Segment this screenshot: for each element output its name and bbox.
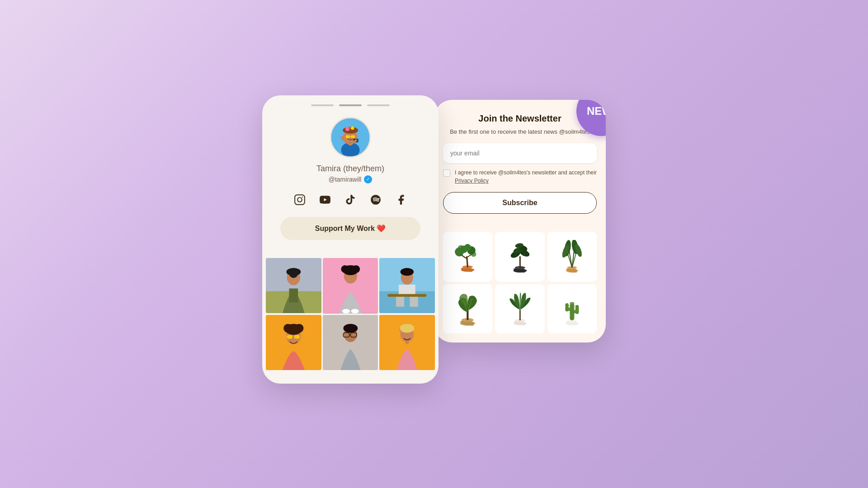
svg-point-31 — [342, 309, 350, 314]
plant-cell-2[interactable] — [495, 232, 544, 281]
photo-cell-3[interactable] — [379, 258, 435, 314]
checkbox-row: I agree to receive @soilm4tes's newslett… — [443, 169, 597, 185]
photos-grid — [262, 258, 439, 370]
plant-cell-5[interactable] — [495, 284, 544, 333]
svg-rect-40 — [388, 294, 427, 297]
svg-point-53 — [343, 324, 358, 333]
svg-point-30 — [352, 265, 360, 273]
tiktok-icon[interactable] — [342, 192, 359, 208]
photo-cell-1[interactable] — [266, 258, 321, 314]
verified-badge: ✓ — [364, 175, 372, 183]
newsletter-description: Be the first one to receive the latest n… — [443, 127, 597, 136]
newsletter-checkbox[interactable] — [443, 169, 450, 177]
notch-bar-1 — [311, 104, 334, 106]
svg-rect-47 — [294, 335, 300, 339]
photo-cell-2[interactable] — [323, 258, 378, 314]
svg-point-29 — [341, 265, 349, 273]
profile-handle: @tamirawill ✓ — [329, 175, 373, 183]
svg-point-32 — [351, 309, 359, 314]
photo-cell-4[interactable] — [266, 315, 321, 371]
svg-point-44 — [283, 324, 292, 333]
svg-line-109 — [574, 305, 576, 306]
svg-point-25 — [289, 269, 298, 278]
svg-point-39 — [401, 268, 414, 276]
email-input[interactable] — [443, 143, 597, 163]
svg-point-111 — [570, 302, 574, 304]
facebook-icon[interactable] — [393, 192, 409, 208]
subscribe-button[interactable]: Subscribe — [443, 192, 597, 214]
svg-rect-106 — [576, 305, 579, 314]
svg-rect-46 — [287, 335, 292, 339]
svg-point-5 — [351, 127, 354, 130]
spotify-icon[interactable] — [368, 192, 384, 208]
plant-cell-4[interactable] — [443, 284, 492, 333]
plants-grid — [443, 232, 597, 333]
profile-name: Tamira (they/them) — [316, 164, 384, 174]
social-icons — [292, 192, 409, 208]
instagram-icon[interactable] — [292, 192, 308, 208]
svg-point-68 — [471, 251, 476, 257]
svg-rect-37 — [396, 296, 404, 307]
svg-point-15 — [302, 197, 303, 197]
svg-point-6 — [348, 127, 350, 129]
right-phone: NEW! Join the Newsletter Be the first on… — [434, 100, 606, 343]
notch-bar-3 — [367, 104, 390, 106]
youtube-icon[interactable] — [317, 192, 333, 208]
support-button[interactable]: Support My Work ❤️ — [280, 217, 420, 240]
svg-point-14 — [297, 197, 302, 202]
plant-cell-3[interactable] — [547, 232, 597, 281]
checkbox-label: I agree to receive @soilm4tes's newslett… — [455, 169, 597, 185]
plant-cell-6[interactable] — [547, 284, 597, 333]
plant-cell-1[interactable] — [443, 232, 492, 281]
newsletter-section: Join the Newsletter Be the first one to … — [443, 109, 597, 232]
svg-point-57 — [400, 324, 415, 333]
notch-bar-2 — [339, 104, 362, 106]
privacy-policy-link[interactable]: Privacy Policy — [455, 178, 489, 184]
photo-cell-6[interactable] — [379, 315, 435, 371]
svg-rect-38 — [410, 296, 418, 307]
profile-section: Tamira (they/them) @tamirawill ✓ — [262, 117, 439, 258]
newsletter-title: Join the Newsletter — [443, 113, 597, 124]
phone-notch — [262, 104, 439, 106]
svg-point-67 — [458, 245, 464, 251]
left-phone: Tamira (they/them) @tamirawill ✓ — [262, 95, 439, 384]
svg-point-45 — [295, 324, 304, 333]
photo-cell-5[interactable] — [323, 315, 378, 371]
svg-point-12 — [341, 136, 345, 140]
svg-rect-7 — [346, 135, 350, 138]
svg-rect-104 — [565, 303, 568, 311]
avatar — [330, 117, 371, 158]
svg-point-66 — [464, 244, 471, 251]
svg-point-3 — [343, 127, 358, 133]
svg-rect-23 — [289, 288, 298, 302]
svg-rect-8 — [351, 135, 355, 138]
svg-rect-13 — [295, 195, 305, 205]
